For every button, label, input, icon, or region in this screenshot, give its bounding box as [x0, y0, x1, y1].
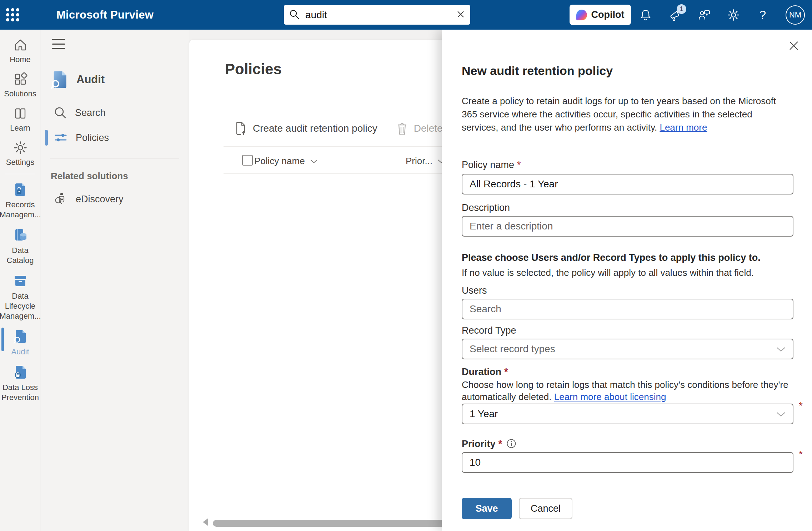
info-icon[interactable] — [506, 439, 516, 449]
gear-icon — [727, 9, 740, 21]
audit-icon — [12, 328, 29, 345]
duration-description: Choose how long to retain logs that matc… — [462, 379, 789, 403]
chevron-down-icon — [310, 159, 318, 164]
related-solutions-header: Related solutions — [51, 171, 189, 182]
nav-title: Audit — [76, 73, 105, 86]
audit-side-nav: Audit Search Policies Related solutions … — [41, 30, 189, 531]
rail-item-settings[interactable]: Settings — [0, 137, 40, 171]
search-icon — [54, 106, 67, 120]
required-asterisk: * — [498, 439, 502, 449]
top-app-bar: Microsoft Purview Copilot 1 ? NM — [0, 0, 812, 30]
waffle-icon — [6, 8, 19, 21]
cancel-button[interactable]: Cancel — [519, 498, 572, 519]
nav-item-policies[interactable]: Policies — [41, 127, 189, 149]
home-icon — [13, 37, 28, 52]
toolbar: Create audit retention policy Delete — [234, 121, 443, 136]
audit-solution-icon — [50, 70, 69, 90]
data-catalog-icon — [12, 227, 29, 243]
scroll-left-arrow[interactable] — [203, 518, 208, 526]
help-button[interactable]: ? — [756, 9, 769, 21]
settings-button[interactable] — [727, 9, 740, 21]
column-priority[interactable]: Prior... — [406, 156, 445, 167]
nav-divider — [50, 158, 179, 158]
panel-actions: Save Cancel — [462, 498, 572, 519]
required-asterisk: * — [517, 160, 521, 170]
required-asterisk: * — [504, 366, 508, 377]
choose-section-subtext: If no value is selected, the policy will… — [462, 267, 790, 278]
solutions-grid-icon — [13, 72, 28, 87]
app-launcher-button[interactable] — [0, 0, 25, 30]
help-icon: ? — [760, 8, 766, 22]
users-label: Users — [462, 285, 487, 296]
select-all-checkbox[interactable] — [242, 155, 253, 166]
dropdown-chevron-icon — [776, 343, 786, 355]
person-feedback-icon — [698, 9, 711, 21]
rail-divider — [5, 174, 35, 174]
priority-required-asterisk: * — [799, 449, 803, 460]
policy-name-label: Policy name* — [462, 160, 521, 171]
panel-intro: Create a policy to retain audit logs for… — [462, 95, 787, 134]
nav-item-search[interactable]: Search — [41, 102, 189, 124]
selected-indicator — [1, 328, 4, 351]
duration-select[interactable]: 1 Year — [462, 404, 793, 424]
page-title: Policies — [225, 61, 282, 78]
rail-item-home[interactable]: Home — [0, 34, 40, 68]
bell-icon — [640, 9, 652, 21]
clear-search-icon[interactable] — [456, 10, 465, 20]
priority-input[interactable] — [462, 452, 793, 473]
new-audit-retention-policy-panel: New audit retention policy Create a poli… — [442, 30, 812, 531]
new-document-icon — [234, 121, 247, 136]
search-icon — [289, 9, 300, 21]
panel-title: New audit retention policy — [462, 64, 613, 78]
notification-badge: 1 — [677, 4, 686, 14]
dlp-icon — [12, 364, 29, 380]
users-search-input[interactable] — [462, 299, 793, 319]
description-label: Description — [462, 202, 510, 213]
trash-icon — [396, 122, 408, 135]
rail-item-audit[interactable]: Audit — [0, 325, 40, 360]
record-type-select[interactable]: Select record types — [462, 339, 793, 359]
book-icon — [13, 106, 28, 121]
column-policy-name[interactable]: Policy name — [254, 156, 318, 167]
priority-label: Priority* — [462, 439, 516, 450]
copilot-button[interactable]: Copilot — [570, 5, 631, 25]
choose-section-heading: Please choose Users and/or Record Types … — [462, 252, 790, 263]
search-input[interactable] — [305, 9, 456, 21]
notifications-button[interactable] — [639, 9, 652, 21]
account-avatar[interactable]: NM — [786, 5, 805, 25]
rail-item-records-management[interactable]: Records Managem... — [0, 178, 40, 223]
save-button[interactable]: Save — [462, 498, 512, 519]
nav-item-ediscovery[interactable]: eDiscovery — [41, 188, 189, 210]
product-title: Microsoft Purview — [56, 9, 154, 21]
ediscovery-icon — [54, 192, 68, 206]
rail-item-data-lifecycle-management[interactable]: Data Lifecycle Managem... — [0, 269, 40, 325]
global-search[interactable] — [284, 5, 470, 25]
collapse-nav-button[interactable] — [52, 39, 65, 49]
learn-more-link[interactable]: Learn more — [660, 122, 707, 133]
copilot-icon — [576, 10, 587, 20]
record-type-label: Record Type — [462, 325, 516, 336]
rail-item-data-catalog[interactable]: Data Catalog — [0, 223, 40, 269]
create-policy-button[interactable]: Create audit retention policy — [234, 121, 377, 136]
records-management-icon — [12, 181, 29, 198]
dropdown-chevron-icon — [776, 408, 786, 420]
description-input[interactable] — [462, 216, 793, 237]
whats-new-button[interactable]: 1 — [668, 9, 681, 21]
duration-required-asterisk: * — [799, 400, 803, 411]
licensing-link[interactable]: Learn more about licensing — [554, 391, 666, 402]
rail-item-solutions[interactable]: Solutions — [0, 68, 40, 102]
policy-name-input[interactable] — [462, 174, 793, 194]
rail-item-data-loss-prevention[interactable]: Data Loss Prevention — [0, 360, 40, 406]
policies-sliders-icon — [54, 131, 68, 145]
left-rail: Home Solutions Learn Settings Records Ma… — [0, 30, 40, 531]
rail-item-learn[interactable]: Learn — [0, 102, 40, 137]
data-lifecycle-icon — [12, 273, 29, 289]
delete-button[interactable]: Delete — [396, 122, 443, 135]
duration-label: Duration* — [462, 366, 508, 378]
feedback-button[interactable] — [698, 9, 711, 21]
settings-gear-icon — [13, 140, 28, 155]
